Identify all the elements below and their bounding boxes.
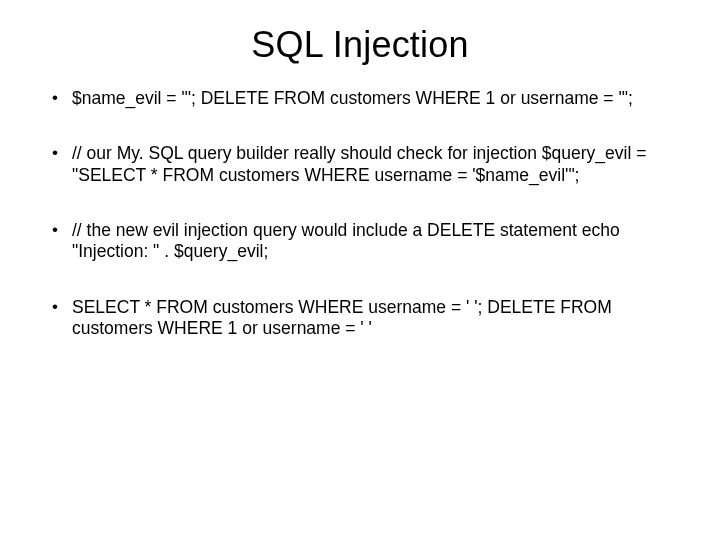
list-item: $name_evil = "'; DELETE FROM customers W…: [48, 88, 672, 109]
list-item: // the new evil injection query would in…: [48, 220, 672, 263]
list-item: SELECT * FROM customers WHERE username =…: [48, 297, 672, 340]
slide-title: SQL Injection: [48, 24, 672, 66]
list-item: // our My. SQL query builder really shou…: [48, 143, 672, 186]
bullet-list: $name_evil = "'; DELETE FROM customers W…: [48, 88, 672, 339]
slide: SQL Injection $name_evil = "'; DELETE FR…: [0, 0, 720, 540]
